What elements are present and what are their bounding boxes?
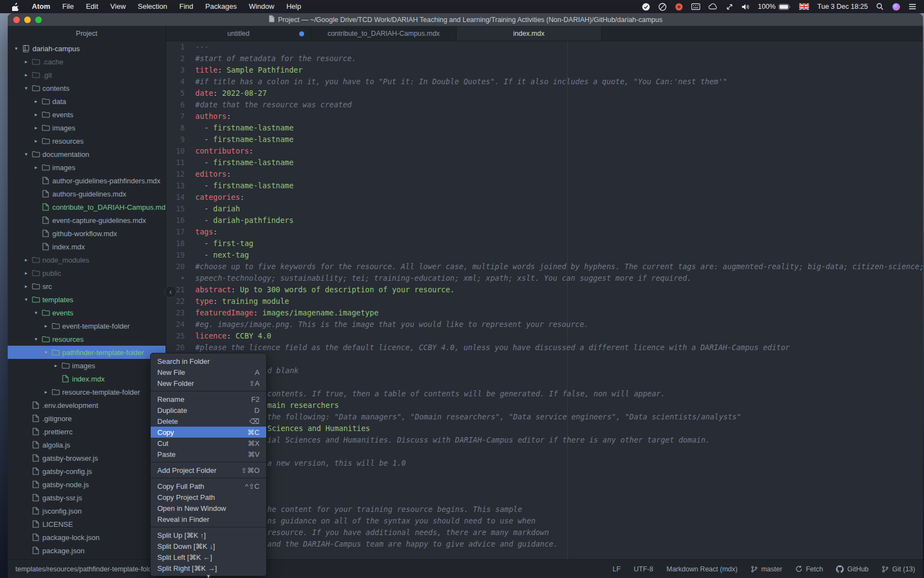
tree-item-gatsby-ssr-js[interactable]: gatsby-ssr.js <box>8 491 166 504</box>
tree-item-gatsby-config-js[interactable]: gatsby-config.js <box>8 465 166 478</box>
tree-item-resources[interactable]: ▸resources <box>8 134 166 148</box>
tree-item-event-capture-guidelines-mdx[interactable]: event-capture-guidelines.mdx <box>8 214 166 227</box>
title-bar[interactable]: Project — ~/Google Drive/TCD Work/DARIAH… <box>8 13 923 26</box>
cloud-icon[interactable] <box>708 3 718 10</box>
menu-item-copy[interactable]: Copy⌘C <box>151 427 266 438</box>
code-line[interactable]: 33Sciences and Humanities <box>166 423 923 434</box>
tree-item-data[interactable]: ▸data <box>8 95 166 108</box>
code-line[interactable]: 15 - dariah <box>166 203 923 215</box>
code-editor[interactable]: 1---2#start of metadata for the resource… <box>166 41 923 559</box>
code-line[interactable]: 29 <box>166 377 923 388</box>
apple-menu-icon[interactable] <box>6 0 26 13</box>
tree-item-gatsby-node-js[interactable]: gatsby-node.js <box>8 478 166 491</box>
code-line[interactable]: 2#start of metadata for the resource. <box>166 53 923 64</box>
menu-item-cut[interactable]: Cut⌘X <box>151 438 266 449</box>
status-master[interactable]: master <box>751 565 782 573</box>
tree-item-gitignore[interactable]: .gitignore <box>8 412 166 425</box>
status-lf[interactable]: LF <box>613 565 621 573</box>
code-line[interactable]: 43and the DARIAH-Campus team are happy t… <box>166 538 923 550</box>
window-arrows-icon[interactable] <box>726 3 733 10</box>
keyboard-icon[interactable] <box>691 3 700 10</box>
tree-item-gatsby-browser-js[interactable]: gatsby-browser.js <box>8 451 166 465</box>
tree-item-pathfinder-template-folder[interactable]: ▾pathfinder-template-folder <box>8 346 166 359</box>
code-line[interactable]: 5date: 2022-08-27 <box>166 88 923 99</box>
code-line[interactable]: 3title: Sample Pathfinder <box>166 64 923 76</box>
volume-icon[interactable] <box>741 3 750 10</box>
code-line[interactable]: 19 - next-tag <box>166 249 923 261</box>
code-line[interactable]: 25licence: CCBY 4.0 <box>166 330 923 342</box>
code-line[interactable]: 38 <box>166 481 923 492</box>
tab-untitled[interactable]: untitled <box>166 26 311 41</box>
menu-item-open-in-new-window[interactable]: Open in New Window <box>151 503 266 514</box>
code-line[interactable]: 37 <box>166 469 923 481</box>
menu-item-copy-full-path[interactable]: Copy Full Path^⇧C <box>151 481 266 492</box>
code-line[interactable]: 28d blank <box>166 365 923 377</box>
code-line[interactable]: 7authors: <box>166 111 923 122</box>
code-line[interactable]: 40he content for your training resource … <box>166 504 923 515</box>
code-line[interactable]: 17tags: <box>166 226 923 238</box>
code-line[interactable]: 23featuredImage: images/imagename.imaget… <box>166 307 923 319</box>
menu-item-split-down-k[interactable]: Split Down [⌘K ↓] <box>151 541 266 552</box>
tree-item-templates[interactable]: ▾templates <box>8 293 166 306</box>
menu-item-delete[interactable]: Delete⌫ <box>151 416 266 427</box>
red-app-icon[interactable] <box>675 3 683 11</box>
status-utf-8[interactable]: UTF-8 <box>634 565 653 573</box>
menu-item-duplicate[interactable]: DuplicateD <box>151 405 266 416</box>
menu-window[interactable]: Window <box>243 0 280 13</box>
tree-item-src[interactable]: ▸src <box>8 280 166 293</box>
menu-item-new-file[interactable]: New FileA <box>151 367 266 378</box>
tree-item-events[interactable]: ▸events <box>8 108 166 121</box>
control-center-icon[interactable] <box>909 3 916 10</box>
menu-item-paste[interactable]: Paste⌘V <box>151 449 266 460</box>
tree-item-resource-template-folder[interactable]: ▸resource-template-folder <box>8 385 166 399</box>
code-line[interactable]: 32the following: "Data managers", "Domai… <box>166 411 923 423</box>
tree-item-images[interactable]: ▸images <box>8 121 166 134</box>
menu-file[interactable]: File <box>56 0 80 13</box>
code-line[interactable]: 1--- <box>166 41 923 53</box>
tab-index-mdx[interactable]: index.mdx <box>457 26 602 41</box>
code-line[interactable]: 21abstract: Up to 300 words of descripti… <box>166 284 923 296</box>
menu-item-add-project-folder[interactable]: Add Project Folder⇧⌘O <box>151 465 266 476</box>
code-line[interactable]: 20#choose up to five keywords for the re… <box>166 261 923 272</box>
status-fetch[interactable]: Fetch <box>795 565 823 573</box>
tree-item-contribute-to-dariah-campus-mdx[interactable]: contribute_to_DARIAH-Campus.mdx <box>8 200 166 214</box>
editor-pane[interactable]: untitledcontribute_to_DARIAH-Campus.mdxi… <box>166 26 923 559</box>
spotlight-icon[interactable] <box>876 3 884 10</box>
code-line[interactable]: 39 <box>166 492 923 504</box>
tree-item-git[interactable]: ▸.git <box>8 68 166 81</box>
menu-atom[interactable]: Atom <box>26 0 56 13</box>
battery-icon[interactable]: 100% <box>758 3 791 10</box>
code-line[interactable]: 22type: training module <box>166 296 923 307</box>
tree-item-contents[interactable]: ▾contents <box>8 81 166 95</box>
tree-item-events[interactable]: ▾events <box>8 306 166 319</box>
tree-item-authors-guidelines-mdx[interactable]: authors-guidelines.mdx <box>8 187 166 200</box>
menu-item-search-in-folder[interactable]: Search in Folder <box>151 356 266 367</box>
menu-item-split-up-k[interactable]: Split Up [⌘K ↑] <box>151 530 266 541</box>
code-line[interactable]: 34ial Sciences and Humanities. Discuss w… <box>166 434 923 446</box>
code-line[interactable]: 42resource. If you have additional needs… <box>166 527 923 538</box>
tree-item-cache[interactable]: ▸.cache <box>8 55 166 68</box>
status-github[interactable]: GitHub <box>836 565 868 573</box>
siri-icon[interactable] <box>892 3 900 11</box>
tree-item-index-mdx[interactable]: index.mdx <box>8 372 166 385</box>
tree-item-images[interactable]: ▸images <box>8 359 166 372</box>
code-line[interactable]: 35 <box>166 446 923 457</box>
code-line[interactable]: 12editors: <box>166 168 923 180</box>
menu-packages[interactable]: Packages <box>199 0 243 13</box>
tree-item-documentation[interactable]: ▾documentation <box>8 148 166 161</box>
tree-item-author-guidelines-pathfinders-mdx[interactable]: author-guidelines-pathfinders.mdx <box>8 174 166 187</box>
zoom-button[interactable] <box>35 17 42 23</box>
tree-view-toggle-button[interactable]: ‹ <box>164 286 177 298</box>
menu-item-split-right-k[interactable]: Split Right [⌘K →] <box>151 563 266 574</box>
tree-item-node-modules[interactable]: ▸node_modules <box>8 253 166 266</box>
code-line[interactable]: 41ns guidance on all of the syntax you s… <box>166 515 923 527</box>
minimize-button[interactable] <box>24 17 31 23</box>
status-git-13[interactable]: Git (13) <box>882 565 915 573</box>
code-line[interactable]: 30contents. If true, then a table of con… <box>166 388 923 400</box>
menu-bar-clock[interactable]: Tue 3 Dec 18:25 <box>817 3 868 10</box>
tree-item-package-lock-json[interactable]: package-lock.json <box>8 531 166 544</box>
check-circle-icon[interactable] <box>642 3 650 11</box>
code-line[interactable]: 27 <box>166 353 923 365</box>
code-line[interactable]: •speech-technology; sustainability; tei;… <box>166 272 923 284</box>
tree-item-resources[interactable]: ▾resources <box>8 332 166 346</box>
